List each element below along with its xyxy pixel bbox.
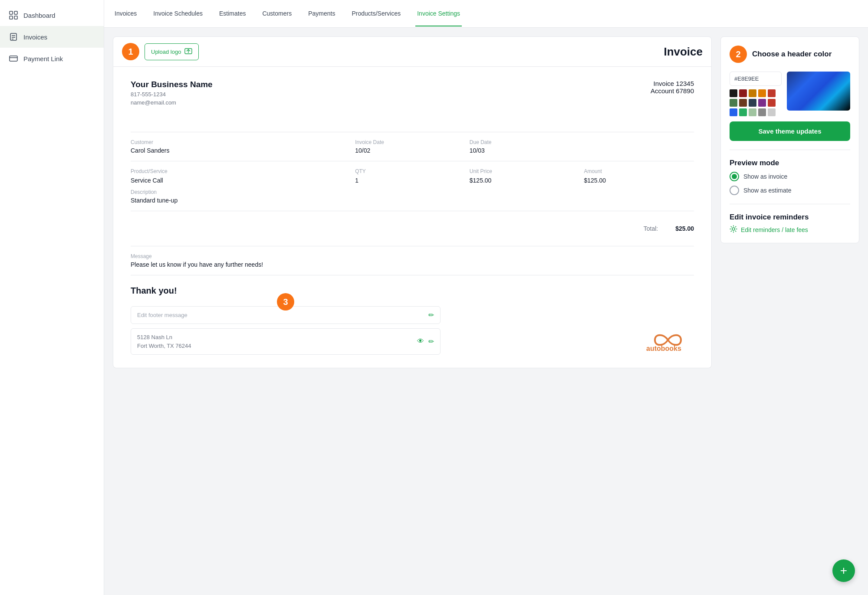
swatch-darkred[interactable] <box>739 89 747 97</box>
due-date-value: 10/03 <box>470 147 580 154</box>
nav-invoice-settings[interactable]: Invoice Settings <box>415 1 462 26</box>
swatch-red[interactable] <box>768 89 776 97</box>
edit-footer-icon[interactable]: ✏ <box>428 311 434 319</box>
swatch-column <box>730 72 782 116</box>
show-invoice-radio-outer <box>730 172 739 181</box>
invoice-body: Your Business Name 817-555-1234 name@ema… <box>113 67 712 368</box>
show-estimate-label: Show as estimate <box>743 187 792 194</box>
step2-circle: 2 <box>730 46 747 63</box>
invoice-date-label: Invoice Date <box>355 139 465 145</box>
nav-payments[interactable]: Payments <box>306 1 337 26</box>
nav-customers[interactable]: Customers <box>260 1 293 26</box>
swatch-gray[interactable] <box>758 108 766 116</box>
show-invoice-radio[interactable]: Show as invoice <box>730 172 850 181</box>
preview-mode-title: Preview mode <box>730 159 850 167</box>
color-gradient-picker[interactable] <box>787 72 850 111</box>
eye-icon[interactable]: 👁 <box>417 337 424 346</box>
swatch-teal[interactable] <box>739 108 747 116</box>
autobooks-logo: autobooks <box>642 327 694 355</box>
sidebar-item-invoices[interactable]: Invoices <box>0 26 104 48</box>
service-price: $125.00 <box>470 177 580 184</box>
show-invoice-label: Show as invoice <box>743 173 787 180</box>
sidebar-dashboard-label: Dashboard <box>23 12 55 19</box>
swatch-blue[interactable] <box>730 108 737 116</box>
hex-color-input[interactable] <box>730 72 782 86</box>
save-theme-button[interactable]: Save theme updates <box>730 121 850 141</box>
swatch-purple[interactable] <box>758 99 766 107</box>
service-amount: $125.00 <box>584 177 694 184</box>
description-section: Description Standard tune-up <box>131 189 694 204</box>
swatch-green[interactable] <box>730 99 737 107</box>
svg-rect-8 <box>10 56 17 61</box>
svg-rect-1 <box>14 11 17 14</box>
invoice-meta: Invoice 12345 Account 67890 <box>651 80 694 95</box>
grid-icon <box>9 10 18 20</box>
swatch-row-2 <box>730 99 782 107</box>
reminders-link-label: Edit reminders / late fees <box>741 226 808 233</box>
edit-address-icon[interactable]: ✏ <box>428 337 434 346</box>
footer-columns: 3 Edit footer message ✏ 5128 Nash Ln <box>131 302 694 355</box>
swatch-orange[interactable] <box>749 89 756 97</box>
panel-divider-2 <box>730 204 850 204</box>
show-estimate-radio[interactable]: Show as estimate <box>730 186 850 195</box>
swatch-brown[interactable] <box>739 99 747 107</box>
swatch-lightgreen[interactable] <box>749 108 756 116</box>
panel-divider-1 <box>730 150 850 150</box>
step3-circle: 3 <box>277 293 294 311</box>
step1-row: 1 Upload logo <box>122 43 199 60</box>
footer-right: autobooks <box>642 327 694 355</box>
swatch-lightgray[interactable] <box>768 108 776 116</box>
nav-invoice-schedules[interactable]: Invoice Schedules <box>151 1 204 26</box>
reminders-title: Edit invoice reminders <box>730 213 850 222</box>
fab-add-button[interactable]: + <box>832 559 855 582</box>
message-text: Please let us know if you have any furth… <box>131 261 694 268</box>
show-invoice-radio-inner <box>732 174 737 179</box>
spacer-col <box>584 139 694 154</box>
content-area: 1 Upload logo Invoice <box>104 28 868 595</box>
invoice-date-col: Invoice Date 10/02 <box>355 139 465 154</box>
sidebar-item-dashboard[interactable]: Dashboard <box>0 4 104 26</box>
step1-circle: 1 <box>122 43 139 60</box>
business-name: Your Business Name <box>131 80 213 89</box>
swatch-navy[interactable] <box>749 99 756 107</box>
nav-invoices[interactable]: Invoices <box>113 1 138 26</box>
invoice-top-row: Your Business Name 817-555-1234 name@ema… <box>131 80 694 119</box>
sidebar-item-payment-link[interactable]: Payment Link <box>0 48 104 69</box>
swatch-black[interactable] <box>730 89 737 97</box>
description-value: Standard tune-up <box>131 197 694 204</box>
product-service-col-header: Product/Service <box>131 168 351 174</box>
upload-logo-button[interactable]: Upload logo <box>145 43 199 60</box>
preview-mode-section: Preview mode Show as invoice Show as est… <box>730 159 850 195</box>
upload-logo-label: Upload logo <box>151 49 181 55</box>
footer-input-wrapper: 3 Edit footer message ✏ <box>131 306 441 324</box>
swatch-amber[interactable] <box>758 89 766 97</box>
due-date-col: Due Date 10/03 <box>470 139 580 154</box>
swatch-crimson[interactable] <box>768 99 776 107</box>
columns-header: Product/Service QTY Unit Price Amount <box>131 168 694 174</box>
invoice-from: Your Business Name 817-555-1234 name@ema… <box>131 80 213 106</box>
svg-rect-0 <box>10 11 13 14</box>
amount-col-header: Amount <box>584 168 694 174</box>
address-line1: 5128 Nash Ln <box>137 333 191 342</box>
color-picker-row <box>730 72 850 116</box>
service-qty: 1 <box>355 177 465 184</box>
thank-you-text: Thank you! <box>131 286 694 296</box>
customer-row: Customer Carol Sanders Invoice Date 10/0… <box>131 139 694 154</box>
total-value: $25.00 <box>675 225 694 232</box>
footer-placeholder: Edit footer message <box>137 312 187 318</box>
sidebar-invoices-label: Invoices <box>23 33 47 41</box>
address-line2: Fort Worth, TX 76244 <box>137 342 191 350</box>
top-nav: Invoices Invoice Schedules Estimates Cus… <box>104 0 868 28</box>
sidebar: Dashboard Invoices Payment Link <box>0 0 104 595</box>
nav-products-services[interactable]: Products/Services <box>350 1 402 26</box>
card-icon <box>9 54 18 63</box>
svg-rect-2 <box>10 16 13 19</box>
divider-4 <box>131 246 694 246</box>
invoice-icon <box>9 32 18 42</box>
service-name: Service Call <box>131 177 351 184</box>
divider-1 <box>131 132 694 132</box>
invoice-header-bar: 1 Upload logo Invoice <box>113 36 712 67</box>
nav-estimates[interactable]: Estimates <box>217 1 247 26</box>
invoice-section: 1 Upload logo Invoice <box>113 36 712 586</box>
reminders-link[interactable]: Edit reminders / late fees <box>730 225 850 234</box>
